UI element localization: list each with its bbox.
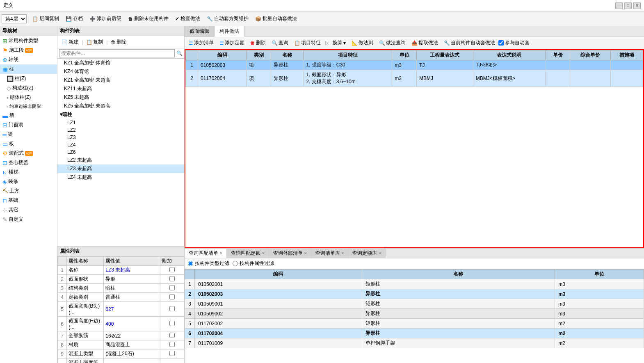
project-feature-button[interactable]: 📋 项目特征 <box>292 38 323 48</box>
prop-check[interactable] <box>160 340 184 349</box>
auto-maintain-button[interactable]: 🔧 自动套方案维护 <box>204 14 251 23</box>
method-rule-button[interactable]: 📐 做法则 <box>349 38 376 48</box>
list-item[interactable]: KZ1 全高加密 未超高 <box>57 76 184 84</box>
sidebar-item-window[interactable]: ⊟ 门窗洞 <box>0 120 57 130</box>
method-code[interactable]: 010502003 <box>198 60 247 70</box>
current-auto-button[interactable]: 🔧 当前构件自动套做法 <box>441 38 498 48</box>
filter-by-type[interactable]: 按构件类型过滤 <box>188 260 229 267</box>
query-button[interactable]: 🔍 查询 <box>269 38 291 48</box>
filter-by-prop[interactable]: 按构件属性过滤 <box>233 260 274 267</box>
sidebar-item-decoration[interactable]: ◈ 装修 <box>0 177 57 186</box>
copy-floor-button[interactable]: 📋 层间复制 <box>29 14 62 23</box>
list-item[interactable]: KZ5 全高加密 未超高 <box>57 102 184 110</box>
sidebar-item-construction[interactable]: ⚑ 施工段 VIP <box>0 46 57 55</box>
list-item[interactable]: KZ11 未超高 <box>57 84 184 93</box>
query-tab-outer-list[interactable]: 查询外部清单 × <box>269 249 311 258</box>
sidebar-item-column[interactable]: ▦ 柱 <box>0 64 57 74</box>
list-item-lz3-unexceed[interactable]: LZ3 未超高 <box>57 164 184 173</box>
query-tab-query-list[interactable]: 查询清单库 × <box>311 249 349 258</box>
prop-check[interactable] <box>160 349 184 358</box>
refer-auto-checkbox-label[interactable]: 参与自动套 <box>498 39 530 46</box>
prop-check[interactable] <box>160 293 184 302</box>
method-code[interactable]: 011702004 <box>198 70 247 87</box>
delete-row-button[interactable]: 🗑 删除 <box>248 38 268 48</box>
save-button[interactable]: 💾 存档 <box>63 14 86 23</box>
sidebar-item-slab[interactable]: ▭ 板 <box>0 139 57 148</box>
add-list-button[interactable]: ☰ 添加清单 <box>186 38 216 48</box>
close-query-list[interactable]: × <box>342 251 344 256</box>
sidebar-item-stair[interactable]: ⊾ 楼梯 <box>0 167 57 177</box>
tab-section-edit[interactable]: 截面编辑 <box>185 26 215 37</box>
tab-method[interactable]: 构件做法 <box>215 26 244 37</box>
new-component-button[interactable]: 📄 新建 <box>59 37 81 47</box>
prop-check[interactable] <box>160 331 184 340</box>
prop-value[interactable]: LZ3 未超高 <box>104 266 160 275</box>
prop-check[interactable] <box>160 266 184 275</box>
list-item[interactable]: LZ3 <box>57 134 184 141</box>
sidebar-item-earthwork[interactable]: ⛏ 土方 <box>0 186 57 196</box>
close-query-quota[interactable]: × <box>379 251 381 256</box>
method-row[interactable]: 2 011702004 项 异形柱 1. 截面形状：异形2. 支模高度：3.6~… <box>186 70 643 87</box>
query-row[interactable]: 3 010509001 矩形柱 m3 <box>185 299 644 309</box>
sidebar-item-other[interactable]: ⊹ 其它 <box>0 205 57 215</box>
method-formula[interactable]: TJ <box>417 60 473 70</box>
prop-check[interactable] <box>160 358 184 363</box>
prop-check[interactable] <box>160 302 184 317</box>
sidebar-item-wall[interactable]: ▬ 墙 <box>0 111 57 120</box>
extract-button[interactable]: 📤 提取做法 <box>409 38 441 48</box>
minimize-button[interactable]: — <box>615 2 623 9</box>
list-item[interactable]: KZ5 未超高 <box>57 93 184 102</box>
sidebar-item-axis[interactable]: ⊕ 轴线 <box>0 55 57 64</box>
prop-check[interactable] <box>160 317 184 331</box>
query-row[interactable]: 2 010502003 异形柱 m3 <box>185 289 644 299</box>
sidebar-item-foundation[interactable]: ⊓ 基础 <box>0 196 57 205</box>
window-controls[interactable]: — □ × <box>615 2 641 9</box>
query-row[interactable]: 7 011701009 单排钢脚手架 m2 <box>185 338 644 348</box>
sidebar-item-assembly[interactable]: ⚙ 装配式 VIP <box>0 148 57 158</box>
prop-value[interactable]: 627 <box>104 302 160 317</box>
group-hidden-column[interactable]: ▾暗柱 <box>57 110 184 119</box>
query-row[interactable]: 6 011702004 异形柱 m2 <box>185 329 644 338</box>
close-match-quota[interactable]: × <box>262 251 265 256</box>
list-item[interactable]: LZ1 <box>57 119 184 126</box>
query-row[interactable]: 4 010509002 异形柱 m3 <box>185 309 644 319</box>
list-item[interactable]: LZ4 <box>57 141 184 148</box>
sidebar-item-common-types[interactable]: ⊞ 常用构件类型 <box>0 36 57 46</box>
sidebar-item-edge-column[interactable]: ▫ 约束边缘非阴影 <box>0 102 57 111</box>
list-item[interactable]: LZ4 未超高 <box>57 173 184 182</box>
list-item[interactable]: KZ4 体育馆 <box>57 67 184 76</box>
method-query-button[interactable]: 🔍 做法查询 <box>377 38 408 48</box>
copy-component-button[interactable]: 📋 复制 <box>84 37 105 47</box>
search-input[interactable] <box>59 49 175 57</box>
filter-type-radio[interactable] <box>188 261 193 266</box>
query-tab-query-quota[interactable]: 查询定额库 × <box>348 249 386 258</box>
maximize-button[interactable]: □ <box>624 2 632 9</box>
filter-prop-radio[interactable] <box>233 261 238 266</box>
close-match-list[interactable]: × <box>220 251 222 256</box>
batch-auto-button[interactable]: 📦 批量自动套做法 <box>252 14 300 23</box>
remove-unused-button[interactable]: 🗑 删除未使用构件 <box>125 14 171 23</box>
query-tab-match-list[interactable]: 查询匹配清单 × <box>185 249 227 258</box>
add-quota-button[interactable]: ☰ 添加定额 <box>217 38 247 48</box>
method-row[interactable]: 1 010502003 项 异形柱 1. 强度等级：C30 m3 TJ TJ<体… <box>186 60 643 70</box>
sidebar-item-column-z[interactable]: 🔲 柱(Z) <box>0 74 57 83</box>
method-formula[interactable]: MBMJ <box>417 70 473 87</box>
list-item[interactable]: LZ2 未超高 <box>57 156 184 164</box>
query-row[interactable]: 1 010502001 矩形柱 m3 <box>185 279 644 289</box>
close-outer-list[interactable]: × <box>304 251 307 256</box>
prop-check[interactable] <box>160 275 184 284</box>
refer-auto-checkbox[interactable] <box>498 40 504 46</box>
list-item[interactable]: KZ1 全高加密 体育馆 <box>57 59 184 67</box>
close-button[interactable]: × <box>633 2 641 9</box>
prop-value[interactable]: 400 <box>104 317 160 331</box>
query-tab-match-quota[interactable]: 查询匹配定额 × <box>227 249 269 258</box>
floor-select[interactable]: 第4层 <box>2 14 27 23</box>
prop-check[interactable] <box>160 284 184 293</box>
convert-button[interactable]: 换算 ▾ <box>330 38 348 48</box>
sidebar-item-struct-column[interactable]: ◇ 构造柱(Z) <box>0 83 57 93</box>
sidebar-item-brick-column[interactable]: ▪ 砌体柱(Z) <box>0 93 57 102</box>
list-item[interactable]: LZ6 <box>57 148 184 156</box>
list-item[interactable]: LZ2 <box>57 126 184 134</box>
sidebar-item-beam[interactable]: ═ 梁 <box>0 130 57 139</box>
delete-component-button[interactable]: 🗑 删除 <box>108 37 129 47</box>
